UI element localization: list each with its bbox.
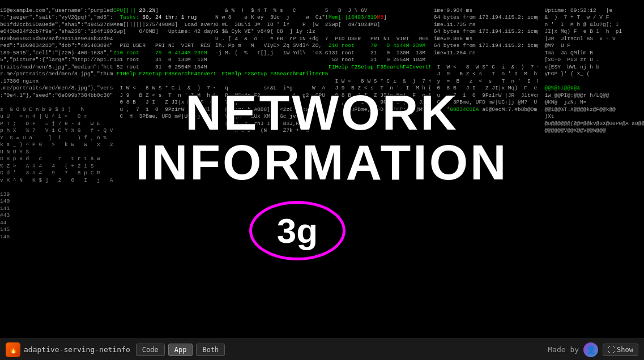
show-label: Show	[617, 346, 633, 354]
terminal-col-2: CPU[||| 20.2%] Tasks: 60, 24 thr; 1 ruj …	[113, 0, 215, 338]
toolbar: 🔥 adaptive-serving-netinfo Code App Both…	[0, 338, 644, 360]
tab-both[interactable]: Both	[196, 344, 225, 356]
toolbar-right: Made by 👤 ⛶ Show	[548, 342, 638, 357]
show-button[interactable]: ⛶ Show	[603, 344, 638, 356]
app-icon-emoji: 🔥	[9, 346, 18, 354]
title-line2: INFORMATION	[135, 138, 508, 187]
title-line1: NETWORK	[135, 88, 508, 138]
show-icon: ⛶	[608, 346, 615, 354]
avatar-emoji: 👤	[586, 345, 596, 354]
terminal-col-1: 15@example.com","username":"purpledog678…	[0, 0, 113, 338]
app-name-label: adaptive-serving-netinfo	[24, 345, 130, 354]
terminal-col-3: & % ! $ 4 T % s C 5 T Y c N w 8 _e K ey …	[215, 0, 329, 338]
tab-app[interactable]: App	[168, 344, 193, 356]
main-title: NETWORK INFORMATION	[135, 88, 508, 187]
network-type-circle: 3g	[249, 201, 346, 260]
terminal-col-5: ime=9.904 ms 64 bytes from 173.194.115.2…	[430, 0, 538, 338]
terminal-col-6: Uptime: 09:52:12 |e & ) 7 + T w / V F n …	[538, 0, 644, 338]
tab-code[interactable]: Code	[136, 344, 165, 356]
toolbar-left: 🔥 adaptive-serving-netinfo Code App Both	[6, 342, 225, 357]
avatar: 👤	[583, 342, 598, 357]
network-type-label: 3g	[277, 211, 318, 251]
terminal-col-4: D J \ 6V Mem[||16493/819M8] Swp[ 49/1024…	[329, 0, 430, 338]
app-icon: 🔥	[6, 342, 20, 357]
made-by-label: Made by	[548, 345, 579, 354]
